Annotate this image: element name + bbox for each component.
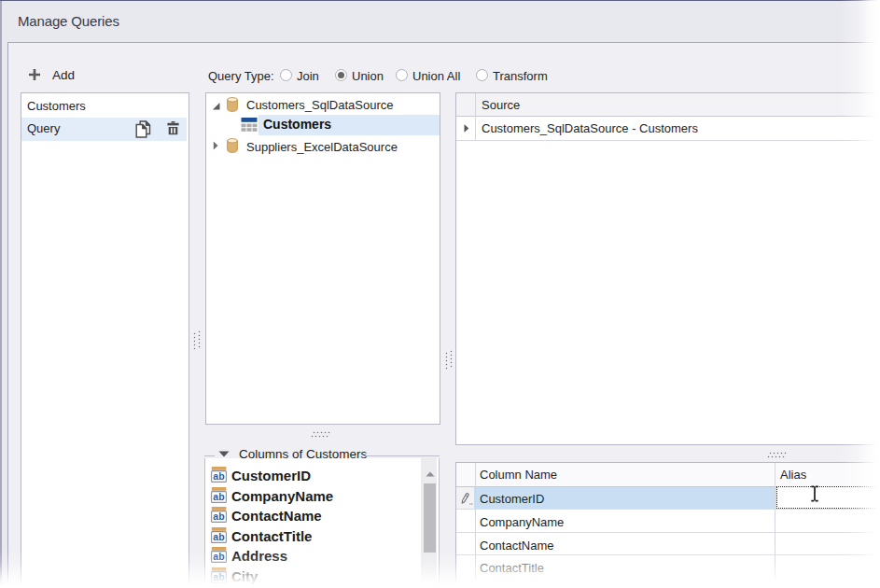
svg-text:ab: ab	[213, 490, 224, 501]
svg-text:ab: ab	[213, 511, 224, 522]
svg-text:ab: ab	[213, 470, 224, 482]
svg-text:ab: ab	[213, 530, 224, 541]
